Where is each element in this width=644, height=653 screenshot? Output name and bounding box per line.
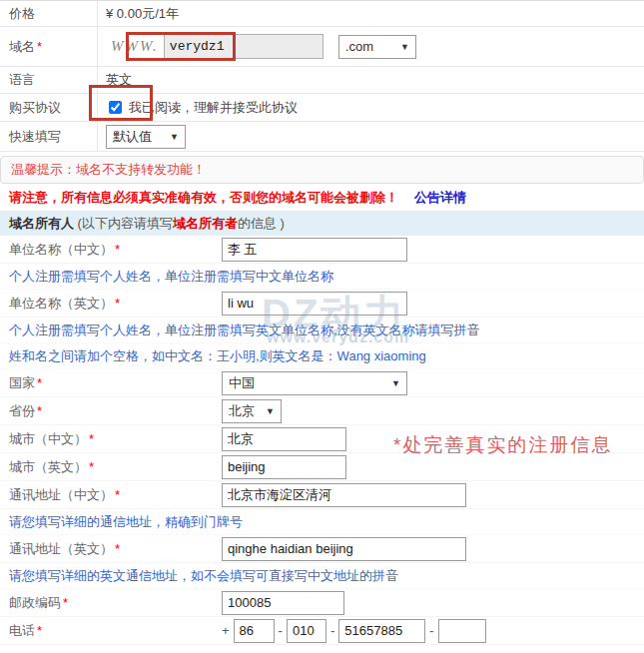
org-name-cn-input[interactable] <box>222 238 407 262</box>
owner-section-title: 域名所有人 <box>9 215 74 233</box>
address-en-hint: 请您填写详细的英文通信地址，如不会填写可直接写中文地址的拼音 <box>0 563 644 589</box>
address-en-label: 通讯地址（英文）* <box>9 540 222 558</box>
quickfill-select[interactable]: 默认值 ▼ <box>106 125 186 149</box>
domain-registration-form: 价格 ¥ 0.00元/1年 域名* WWW. .com ▼ 语言 英文 购买协议 <box>0 0 644 653</box>
required-asterisk: * <box>115 541 120 556</box>
agreement-cell: 我已阅读，理解并接受此协议 <box>98 94 644 121</box>
required-asterisk: * <box>63 595 68 610</box>
org-name-cn-label: 单位名称（中文）* <box>9 241 222 259</box>
phone-country-code-input[interactable] <box>234 619 275 643</box>
country-row: 国家* 中国 ▼ <box>0 369 644 397</box>
owner-subtitle-suffix: 的信息 ) <box>238 215 285 233</box>
tld-select[interactable]: .com ▼ <box>338 35 416 59</box>
agreement-row: 购买协议 我已阅读，理解并接受此协议 <box>0 94 644 122</box>
country-selected-value: 中国 <box>229 374 255 392</box>
phone-separator: - <box>330 623 334 638</box>
phone-number-input[interactable] <box>338 619 425 643</box>
required-asterisk: * <box>115 487 120 502</box>
agreement-text: 我已阅读，理解并接受此协议 <box>129 99 298 117</box>
org-name-en-row: 单位名称（英文）* <box>0 290 644 318</box>
phone-plus-sign: + <box>222 623 230 638</box>
owner-subtitle-highlight: 域名所有者 <box>173 215 238 233</box>
tip-text: 温馨提示：域名不支持转发功能！ <box>11 161 206 179</box>
org-name-en-label: 单位名称（英文）* <box>9 295 222 313</box>
required-asterisk: * <box>89 431 94 446</box>
tld-selected-value: .com <box>345 39 373 54</box>
domain-value-cell: WWW. .com ▼ <box>98 27 644 66</box>
quickfill-cell: 默认值 ▼ <box>98 122 644 151</box>
required-asterisk: * <box>37 403 42 418</box>
required-asterisk: * <box>37 375 42 390</box>
org-name-cn-hint: 个人注册需填写个人姓名，单位注册需填写中文单位名称 <box>0 264 644 290</box>
required-asterisk: * <box>89 459 94 474</box>
warning-text: 请注意，所有信息必须真实准确有效，否则您的域名可能会被删除！ <box>9 189 398 207</box>
price-row: 价格 ¥ 0.00元/1年 <box>0 1 644 27</box>
owner-section-header: 域名所有人 (以下内容请填写 域名所有者 的信息 ) <box>0 211 644 236</box>
language-label: 语言 <box>0 67 98 93</box>
phone-separator: - <box>279 623 283 638</box>
address-cn-label: 通讯地址（中文）* <box>9 486 222 504</box>
agreement-label: 购买协议 <box>0 94 98 121</box>
phone-label: 电话* <box>9 622 222 640</box>
org-name-cn-row: 单位名称（中文）* <box>0 236 644 264</box>
address-cn-input[interactable] <box>222 483 466 507</box>
chevron-down-icon: ▼ <box>400 42 409 52</box>
province-row: 省份* 北京 ▼ <box>0 397 644 425</box>
province-label: 省份* <box>9 402 222 420</box>
city-cn-label: 城市（中文）* <box>9 430 222 448</box>
chevron-down-icon: ▼ <box>170 132 179 142</box>
phone-extension-input[interactable] <box>438 619 486 643</box>
domain-summary-table: 价格 ¥ 0.00元/1年 域名* WWW. .com ▼ 语言 英文 购买协议 <box>0 0 644 152</box>
price-label: 价格 <box>0 1 98 26</box>
city-cn-input[interactable] <box>222 427 346 451</box>
country-label: 国家* <box>9 374 222 392</box>
phone-separator: - <box>429 623 433 638</box>
warning-line: 请注意，所有信息必须真实准确有效，否则您的域名可能会被删除！ 公告详情 <box>0 184 644 211</box>
required-asterisk: * <box>37 39 42 54</box>
address-cn-hint: 请您填写详细的通信地址，精确到门牌号 <box>0 509 644 535</box>
zip-input[interactable] <box>222 591 344 615</box>
quickfill-selected-value: 默认值 <box>113 128 152 146</box>
org-name-en-hint-1: 个人注册需填写个人姓名，单位注册需填写英文单位名称,没有英文名称请填写拼音 <box>0 318 644 343</box>
quickfill-label: 快速填写 <box>0 122 98 151</box>
language-row: 语言 英文 <box>0 67 644 94</box>
owner-subtitle-prefix: (以下内容请填写 <box>74 215 173 233</box>
required-asterisk: * <box>115 242 120 257</box>
chevron-down-icon: ▼ <box>391 378 400 388</box>
agreement-checkbox[interactable] <box>109 101 122 114</box>
domain-label: 域名* <box>0 27 98 66</box>
org-name-en-hint-2: 姓和名之间请加个空格，如中文名：王小明,则英文名是：Wang xiaoming <box>0 343 644 369</box>
phone-area-code-input[interactable] <box>287 619 326 643</box>
city-cn-row: 城市（中文）* <box>0 425 644 453</box>
country-select[interactable]: 中国 ▼ <box>222 371 407 395</box>
quickfill-row: 快速填写 默认值 ▼ <box>0 122 644 152</box>
domain-label-text: 域名 <box>9 38 35 56</box>
city-en-input[interactable] <box>222 455 346 479</box>
domain-row: 域名* WWW. .com ▼ <box>0 27 644 67</box>
chevron-down-icon: ▼ <box>266 406 275 416</box>
tip-notice: 温馨提示：域名不支持转发功能！ <box>0 156 644 184</box>
zip-label: 邮政编码* <box>9 594 222 612</box>
province-selected-value: 北京 <box>229 402 255 420</box>
zip-row: 邮政编码* <box>0 589 644 617</box>
city-en-row: 城市（英文）* <box>0 453 644 481</box>
province-select[interactable]: 北京 ▼ <box>222 399 282 423</box>
address-cn-row: 通讯地址（中文）* <box>0 481 644 509</box>
address-en-row: 通讯地址（英文）* <box>0 535 644 563</box>
language-value: 英文 <box>98 67 644 93</box>
city-en-label: 城市（英文）* <box>9 458 222 476</box>
required-asterisk: * <box>37 623 42 638</box>
domain-name-input[interactable] <box>164 34 323 59</box>
price-value: ¥ 0.00元/1年 <box>98 1 644 26</box>
org-name-en-input[interactable] <box>222 292 407 316</box>
www-prefix: WWW. <box>111 38 159 55</box>
announcement-link[interactable]: 公告详情 <box>414 189 466 207</box>
required-asterisk: * <box>115 296 120 311</box>
address-en-input[interactable] <box>222 537 466 561</box>
phone-row: 电话* + - - - <box>0 617 644 645</box>
